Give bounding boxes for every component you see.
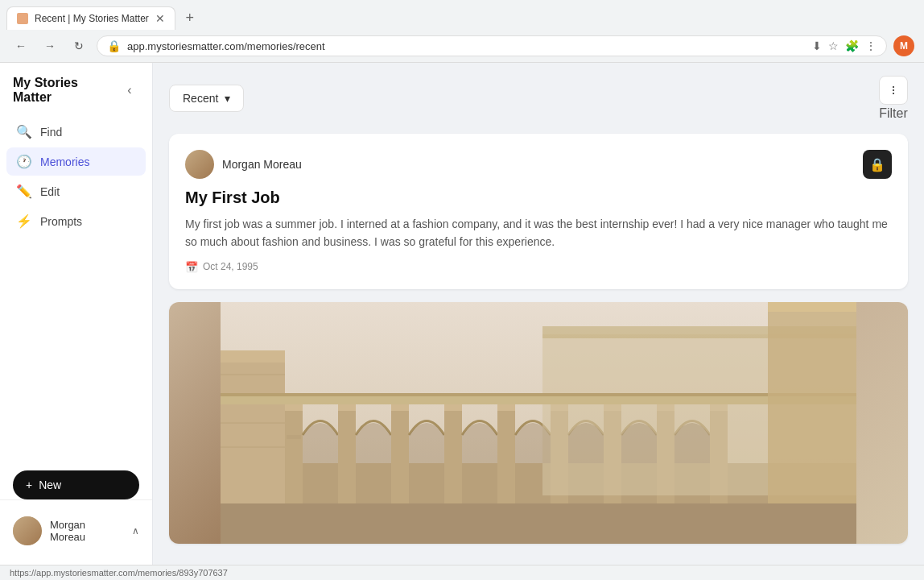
svg-rect-11 <box>287 435 301 439</box>
forward-button[interactable]: → <box>39 35 61 57</box>
extensions-icon[interactable]: 🧩 <box>845 39 859 52</box>
sidebar-item-edit-label: Edit <box>40 185 60 198</box>
address-bar-icons: ⬇ ☆ 🧩 ⋮ <box>812 39 877 52</box>
sidebar-footer: Morgan Moreau ∧ <box>0 499 152 552</box>
story-title: My First Job <box>185 188 892 207</box>
author-info: Morgan Moreau <box>185 150 302 179</box>
sidebar: My Stories Matter ‹ 🔍 Find 🕐 Memories ✏️… <box>0 63 153 565</box>
story-date-text: Oct 24, 1995 <box>203 261 258 272</box>
active-tab[interactable]: Recent | My Stories Matter ✕ <box>6 6 175 30</box>
user-profile[interactable]: Morgan Moreau ∧ <box>10 510 142 552</box>
dropdown-chevron-icon: ▾ <box>225 92 230 105</box>
new-button-label: New <box>39 478 61 491</box>
app-container: My Stories Matter ‹ 🔍 Find 🕐 Memories ✏️… <box>0 63 924 565</box>
new-button[interactable]: + New <box>13 470 139 499</box>
sidebar-item-prompts[interactable]: ⚡ Prompts <box>6 207 146 235</box>
svg-rect-32 <box>768 302 856 503</box>
story-date: 📅 Oct 24, 1995 <box>185 261 892 273</box>
back-button[interactable]: ← <box>10 35 32 57</box>
sidebar-item-find[interactable]: 🔍 Find <box>6 118 146 146</box>
profile-button[interactable]: M <box>893 35 914 56</box>
sidebar-item-memories[interactable]: 🕐 Memories <box>6 147 146 176</box>
svg-rect-31 <box>221 393 856 396</box>
story-body: My first job was a summer job. I interne… <box>185 215 892 251</box>
filter-lines-icon: ⫶ <box>890 83 897 97</box>
sidebar-item-prompts-label: Prompts <box>40 215 82 228</box>
sidebar-title: My Stories Matter <box>13 76 120 105</box>
svg-rect-16 <box>444 407 462 503</box>
svg-rect-18 <box>497 407 515 503</box>
new-button-plus-icon: + <box>26 478 32 491</box>
story-card-my-first-job[interactable]: Morgan Moreau 🔒 My First Job My first jo… <box>169 134 908 289</box>
user-chevron-icon: ∧ <box>132 525 139 536</box>
svg-rect-3 <box>221 350 285 503</box>
calendar-icon: 📅 <box>185 261 198 273</box>
lock-secure-icon: 🔒 <box>107 39 121 52</box>
recent-dropdown[interactable]: Recent ▾ <box>169 85 244 112</box>
dropdown-label: Recent <box>183 92 218 105</box>
new-tab-button[interactable]: + <box>179 7 201 30</box>
address-bar[interactable]: 🔒 app.mystoriesmatter.com/memories/recen… <box>97 35 887 56</box>
bookmark-icon[interactable]: ☆ <box>828 39 839 52</box>
main-content: Recent ▾ ⫶ Filter Morgan Moreau <box>153 63 924 565</box>
find-icon: 🔍 <box>16 124 32 139</box>
sidebar-item-find-label: Find <box>40 126 62 139</box>
svg-rect-4 <box>221 350 285 362</box>
filter-label: Filter <box>879 106 908 121</box>
address-bar-row: ← → ↻ 🔒 app.mystoriesmatter.com/memories… <box>0 30 924 62</box>
filter-icon-wrapper: ⫶ <box>879 76 908 105</box>
user-avatar-image <box>13 516 42 545</box>
author-avatar-image <box>185 150 214 179</box>
sidebar-nav: 🔍 Find 🕐 Memories ✏️ Edit ⚡ Prompts <box>0 118 152 458</box>
memories-icon: 🕐 <box>16 154 32 169</box>
download-icon[interactable]: ⬇ <box>812 39 822 52</box>
svg-rect-9 <box>285 407 303 503</box>
image-card-architecture[interactable] <box>169 302 908 544</box>
arch-svg <box>169 302 908 544</box>
browser-chrome: Recent | My Stories Matter ✕ + ← → ↻ 🔒 a… <box>0 0 924 63</box>
sidebar-item-memories-label: Memories <box>40 155 89 168</box>
user-name-line1: Morgan <box>50 519 85 531</box>
svg-rect-14 <box>391 407 409 503</box>
user-name-line2: Moreau <box>50 531 85 543</box>
tab-close-button[interactable]: ✕ <box>155 12 165 25</box>
status-bar: https://app.mystoriesmatter.com/memories… <box>0 565 924 580</box>
author-name: Morgan Moreau <box>222 158 302 171</box>
refresh-button[interactable]: ↻ <box>68 35 90 57</box>
tab-title: Recent | My Stories Matter <box>35 13 149 24</box>
author-avatar <box>185 150 214 179</box>
architecture-image <box>169 302 908 544</box>
lock-button[interactable]: 🔒 <box>863 150 892 179</box>
card-header: Morgan Moreau 🔒 <box>185 150 892 179</box>
lock-icon: 🔒 <box>869 157 885 172</box>
tab-favicon <box>17 13 28 24</box>
url-text: app.mystoriesmatter.com/memories/recent <box>127 40 806 52</box>
status-url: https://app.mystoriesmatter.com/memories… <box>10 568 228 578</box>
svg-rect-12 <box>338 407 356 503</box>
user-name-block: Morgan Moreau <box>50 519 85 543</box>
edit-icon: ✏️ <box>16 184 32 199</box>
filter-bar: Recent ▾ ⫶ Filter <box>169 76 908 121</box>
user-avatar <box>13 516 42 545</box>
filter-button[interactable]: ⫶ Filter <box>879 76 908 121</box>
settings-icon[interactable]: ⋮ <box>865 39 877 52</box>
new-button-wrapper: + New <box>0 458 152 499</box>
prompts-icon: ⚡ <box>16 213 32 229</box>
sidebar-header: My Stories Matter ‹ <box>0 76 152 118</box>
sidebar-item-edit[interactable]: ✏️ Edit <box>6 177 146 205</box>
svg-rect-33 <box>768 302 856 312</box>
tab-bar: Recent | My Stories Matter ✕ + <box>0 0 924 30</box>
collapse-sidebar-button[interactable]: ‹ <box>120 81 139 100</box>
